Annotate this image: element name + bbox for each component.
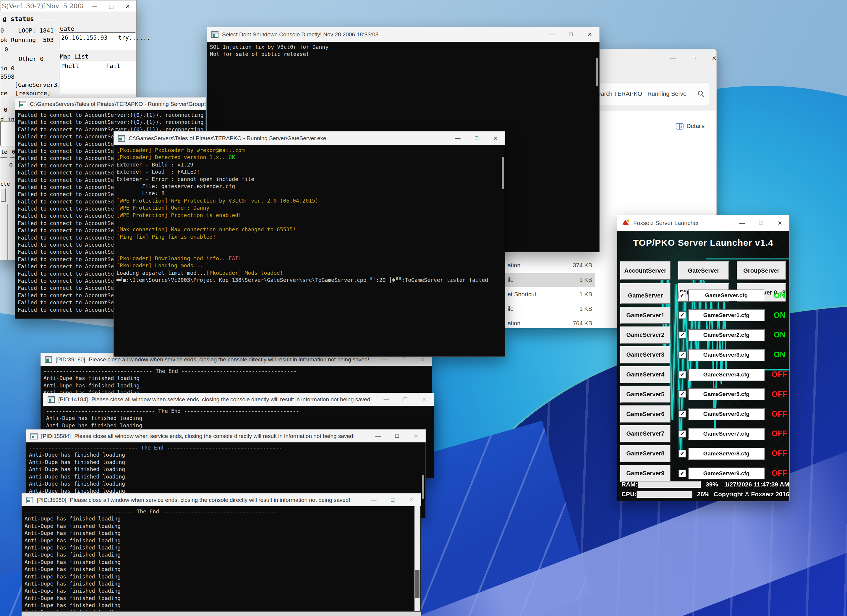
minimize-button[interactable]: — <box>86 3 103 9</box>
titlebar[interactable]: Select Dont Shutdown Console Directly! N… <box>207 27 599 42</box>
status-label: OFF <box>769 390 789 399</box>
launcher-button-gameserver8[interactable]: GameServer8 <box>620 445 670 462</box>
small-button[interactable] <box>0 188 6 202</box>
launcher-button-gameserver1[interactable]: GameServer1 <box>620 307 670 324</box>
close-button[interactable]: ✕ <box>486 135 505 142</box>
maximize-button[interactable]: □ <box>561 31 580 38</box>
cfg-input[interactable]: GameServer.cfg <box>688 290 764 301</box>
maximize-button[interactable]: □ <box>751 220 770 226</box>
maximize-button[interactable]: □ <box>388 433 406 439</box>
console-icon <box>45 356 52 363</box>
minimize-button[interactable]: — <box>663 52 683 65</box>
launcher-button-gameserver2[interactable]: GameServer2 <box>620 326 670 344</box>
minimize-button[interactable]: — <box>543 31 561 38</box>
file-row[interactable]: ile1 KB <box>503 301 595 316</box>
launcher-button-gateserver[interactable]: GateServer <box>678 261 729 280</box>
titlebar[interactable]: [PID:15584] Please close all window when… <box>26 429 426 442</box>
details-view-button[interactable]: Details <box>676 123 704 130</box>
cfg-input[interactable]: GameServer9.cfg <box>688 468 764 479</box>
minimize-button[interactable]: — <box>364 496 383 503</box>
pid-label: [PID:35980] <box>37 497 66 503</box>
launcher-button-gameserver3[interactable]: GameServer3 <box>620 346 670 363</box>
file-row[interactable]: et Shortcut1 KB <box>503 287 595 301</box>
scrollbar-track[interactable] <box>415 506 421 612</box>
close-button[interactable]: ✕ <box>580 31 599 38</box>
enable-checkbox[interactable]: ✔ <box>679 312 686 319</box>
console-line: [PkoLoader] Loading mods... <box>117 262 505 269</box>
cfg-input[interactable]: GameServer2.cfg <box>688 329 764 341</box>
launcher-button-gameserver6[interactable]: GameServer6 <box>620 405 670 422</box>
launcher-button-gameserver4[interactable]: GameServer4 <box>620 366 670 383</box>
maximize-button[interactable]: □ <box>383 496 402 503</box>
enable-checkbox[interactable]: ✔ <box>679 470 686 477</box>
launcher-button-gameserver7[interactable]: GameServer7 <box>620 425 670 442</box>
cfg-input[interactable]: GameServer3.cfg <box>688 349 764 361</box>
close-button[interactable]: ✕ <box>704 52 717 65</box>
scrollbar-thumb[interactable] <box>422 475 424 499</box>
titlebar[interactable]: [PID:14184] Please close all window when… <box>43 393 434 406</box>
launcher-button-gameserver5[interactable]: GameServer5 <box>620 386 670 403</box>
minimize-button[interactable]: — <box>448 135 467 142</box>
input-listbox[interactable] <box>0 121 16 146</box>
enable-checkbox[interactable]: ✔ <box>679 430 686 438</box>
console-line: Anti-Dupe has finished loading <box>25 523 421 530</box>
maximize-button[interactable]: □ <box>394 356 413 363</box>
enable-checkbox[interactable]: ✔ <box>679 351 686 359</box>
close-button[interactable]: ✕ <box>415 396 434 403</box>
console-output[interactable]: ---------------------------------- The E… <box>22 506 421 612</box>
enable-checkbox[interactable]: ✔ <box>679 371 686 378</box>
cfg-input[interactable]: GameServer7.cfg <box>688 428 764 440</box>
close-button[interactable]: ✕ <box>120 3 136 9</box>
window-title: Please close all window when service end… <box>70 497 350 503</box>
te-button[interactable]: te <box>0 148 7 158</box>
close-button[interactable]: ✕ <box>402 496 421 503</box>
cfg-input[interactable]: GameServer4.cfg <box>688 369 764 381</box>
maximize-button[interactable]: □ <box>683 52 704 65</box>
maximize-button[interactable]: □ <box>396 396 415 403</box>
status-label: OFF <box>769 449 789 458</box>
maximize-button[interactable]: □ <box>103 3 120 9</box>
cfg-input[interactable]: GameServer1.cfg <box>688 309 764 321</box>
console-line: [WPE Protection] WPE Protection by V3ct0… <box>117 197 505 204</box>
cfg-input[interactable]: GameServer8.cfg <box>688 448 764 459</box>
minimize-button[interactable]: — <box>375 356 394 363</box>
group-box-line <box>33 19 59 19</box>
enable-checkbox[interactable]: ✔ <box>679 450 686 458</box>
cfg-input[interactable]: GameServer6.cfg <box>688 408 764 420</box>
close-button[interactable]: ✕ <box>413 356 432 363</box>
minimize-button[interactable]: — <box>377 396 396 403</box>
console-output[interactable]: [PkoLoader] PkoLoader by wrexor@mail.com… <box>114 145 505 357</box>
minimize-button[interactable]: — <box>733 220 751 226</box>
search-input[interactable]: Search TERAPKO - Running Serve <box>589 83 710 105</box>
gate-listbox[interactable]: 26.161.155.93 try...... <box>59 32 136 50</box>
launcher-button-groupserver[interactable]: GroupServer <box>737 261 786 280</box>
enable-checkbox[interactable]: ✔ <box>679 331 686 339</box>
file-row[interactable]: ation374 KB <box>503 258 595 273</box>
titlebar[interactable]: C:\GamesServers\Tales of Pirates\TERAPKO… <box>114 131 505 145</box>
launcher-button-accountserver[interactable]: AccountServer <box>620 261 670 280</box>
enable-checkbox[interactable]: ✔ <box>679 410 686 418</box>
file-row[interactable]: ile1 KB <box>503 273 595 287</box>
titlebar[interactable]: C:\GamesServers\Tales of Pirates\TERAPKO… <box>15 97 206 110</box>
map-listbox[interactable]: Phell fail <box>59 61 136 94</box>
enable-checkbox[interactable]: ✔ <box>679 390 686 398</box>
titlebar[interactable]: S(Ver1.30-7)[Nov 5 2008 14:... — □ ✕ <box>0 0 136 12</box>
close-button[interactable]: ✕ <box>406 433 425 439</box>
console-icon <box>26 497 33 503</box>
titlebar[interactable]: [PID:35980] Please close all window when… <box>22 493 421 506</box>
console-line: Anti-Dupe has finished loading <box>46 415 434 422</box>
console-line: [WPE Protection] Protection is enabled! <box>117 212 505 219</box>
console-line: Anti-Dupe has finished loading <box>25 580 421 587</box>
enable-checkbox[interactable]: ✔ <box>679 292 686 299</box>
minimize-button[interactable]: — <box>369 433 388 439</box>
copyright-label: Copyright © Foxseiz 2016 <box>714 490 789 498</box>
launcher-button-gameserver[interactable]: GameServer <box>620 287 670 304</box>
scrollbar-thumb[interactable] <box>415 570 419 598</box>
scrollbar-thumb[interactable] <box>596 58 598 86</box>
scrollbar-thumb[interactable] <box>502 157 504 189</box>
titlebar[interactable]: Foxseiz Server Launcher — □ ✕ <box>617 215 789 230</box>
file-row[interactable]: ation764 KB <box>503 316 595 328</box>
maximize-button[interactable]: □ <box>467 135 486 142</box>
cfg-input[interactable]: GameServer5.cfg <box>688 388 764 400</box>
close-button[interactable]: ✕ <box>770 220 789 226</box>
